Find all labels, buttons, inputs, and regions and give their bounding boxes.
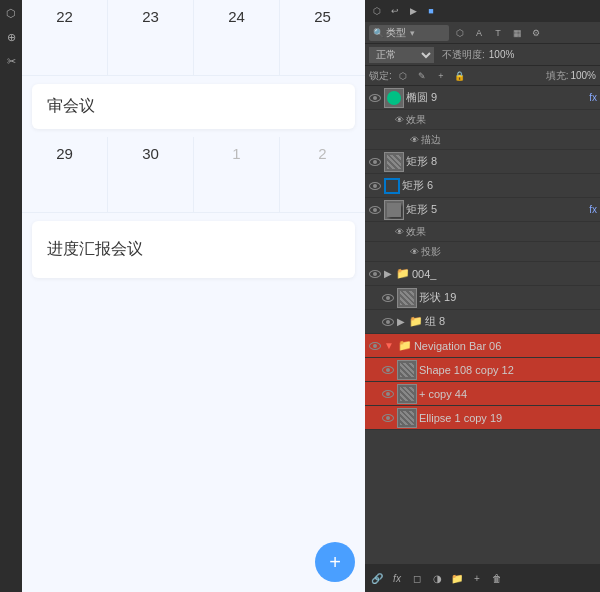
fx-icon[interactable]: fx (389, 570, 405, 586)
eye-toggle-shape19[interactable] (381, 291, 395, 305)
calendar-wrapper: 22 23 24 25 审会议 29 30 1 (22, 0, 365, 278)
layer-name-rect6: 矩形 6 (402, 178, 597, 193)
ps-filter-icon-5[interactable]: ⚙ (528, 25, 544, 41)
layer-navbar06[interactable]: ▼ 📁 Nevigation Bar 06 (365, 334, 600, 358)
layer-thumb-rect8 (384, 152, 404, 172)
ps-filter-row: 🔍 类型 ▾ ⬡ A T ▦ ⚙ (365, 22, 600, 44)
search-icon: 🔍 (373, 28, 384, 38)
layer-ellipse1copy19[interactable]: Ellipse 1 copy 19 (365, 406, 600, 430)
layer-name-ellipse9: 椭圆 9 (406, 90, 585, 105)
eye-toggle-shape108copy12[interactable] (381, 363, 395, 377)
layer-rect8[interactable]: 矩形 8 (365, 150, 600, 174)
tool-icon-3[interactable]: ✂ (2, 52, 20, 70)
calendar-row-week1: 22 23 24 25 (22, 0, 365, 76)
ps-blend-row: 正常 不透明度: 100% (365, 44, 600, 66)
eye-toggle-004[interactable] (368, 267, 382, 281)
mask-icon[interactable]: ◻ (409, 570, 425, 586)
layer-name-ellipse1copy19: Ellipse 1 copy 19 (419, 412, 597, 424)
layer-sub-label-stroke: 描边 (421, 133, 441, 147)
ps-top-toolbar: ⬡ ↩ ▶ ■ (365, 0, 600, 22)
tool-icon-1[interactable]: ⬡ (2, 4, 20, 22)
delete-icon[interactable]: 🗑 (489, 570, 505, 586)
lock-all-icon[interactable]: 🔒 (452, 68, 468, 84)
calendar-cell-1[interactable]: 1 (194, 137, 280, 212)
eye-sub-stroke: 👁 (410, 135, 419, 145)
layer-rect6[interactable]: 矩形 6 (365, 174, 600, 198)
folder-arrow-004: ▶ (384, 268, 392, 279)
calendar-cell-2[interactable]: 2 (280, 137, 365, 212)
opacity-label: 不透明度: (442, 48, 485, 62)
layer-thumb-ellipse9 (384, 88, 404, 108)
new-folder-icon[interactable]: 📁 (449, 570, 465, 586)
layer-name-folder004: 004_ (412, 268, 597, 280)
opacity-value: 100% (489, 49, 515, 60)
eye-sub2: 👁 (395, 227, 404, 237)
lock-image-icon[interactable]: ✎ (414, 68, 430, 84)
eye-sub-shadow: 👁 (410, 247, 419, 257)
layer-fx-ellipse9: fx (589, 92, 597, 103)
layer-name-shape108copy12: Shape 108 copy 12 (419, 364, 597, 376)
layer-name-group8: 组 8 (425, 314, 597, 329)
layer-sub-effect1: 👁 效果 (365, 110, 600, 130)
ps-filter-icon-4[interactable]: ▦ (509, 25, 525, 41)
right-panel: ⬡ ↩ ▶ ■ 🔍 类型 ▾ ⬡ A T ▦ ⚙ 正常 不透明度: 100% 锁… (365, 0, 600, 592)
folder-icon-004: 📁 (396, 267, 410, 280)
link-icon[interactable]: 🔗 (369, 570, 385, 586)
layer-sub-effect2: 👁 效果 (365, 222, 600, 242)
eye-toggle-copy44[interactable] (381, 387, 395, 401)
ps-filter-icon-2[interactable]: A (471, 25, 487, 41)
fill-value: 100% (570, 70, 596, 81)
event-item-1[interactable]: 审会议 (32, 84, 355, 129)
lock-transparent-icon[interactable]: ⬡ (395, 68, 411, 84)
ps-filter-icon-3[interactable]: T (490, 25, 506, 41)
new-layer-icon[interactable]: + (469, 570, 485, 586)
adjustment-icon[interactable]: ◑ (429, 570, 445, 586)
fill-area: 填充: 100% (546, 69, 596, 83)
layer-group8[interactable]: ▶ 📁 组 8 (365, 310, 600, 334)
blend-mode-select[interactable]: 正常 (369, 47, 434, 63)
ps-action-icon[interactable]: ▶ (405, 3, 421, 19)
layer-ellipse9[interactable]: 椭圆 9 fx (365, 86, 600, 110)
eye-toggle-rect6[interactable] (368, 179, 382, 193)
ps-filter-icon-1[interactable]: ⬡ (452, 25, 468, 41)
ps-menu-icon[interactable]: ⬡ (369, 3, 385, 19)
folder-icon-group8: 📁 (409, 315, 423, 328)
layer-thumb-rect5 (384, 200, 404, 220)
layer-name-rect8: 矩形 8 (406, 154, 597, 169)
calendar-cell-24[interactable]: 24 (194, 0, 280, 75)
chevron-down-icon: ▾ (410, 28, 415, 38)
calendar-cell-25[interactable]: 25 (280, 0, 365, 75)
lock-label: 锁定: (369, 69, 392, 83)
layer-thumb-copy44 (397, 384, 417, 404)
layer-shape108copy12[interactable]: Shape 108 copy 12 (365, 358, 600, 382)
add-button[interactable]: + (315, 542, 355, 582)
layer-shape19[interactable]: 形状 19 (365, 286, 600, 310)
layer-folder-004[interactable]: ▶ 📁 004_ (365, 262, 600, 286)
eye-toggle-group8[interactable] (381, 315, 395, 329)
eye-toggle-navbar06[interactable] (368, 339, 382, 353)
layer-rect5[interactable]: 矩形 5 fx (365, 198, 600, 222)
ps-layers-icon[interactable]: ■ (423, 3, 439, 19)
calendar-cell-23[interactable]: 23 (108, 0, 194, 75)
layer-thumb-rect6 (384, 178, 400, 194)
eye-toggle-ellipse1copy19[interactable] (381, 411, 395, 425)
eye-toggle-rect8[interactable] (368, 155, 382, 169)
layers-container: 椭圆 9 fx 👁 效果 👁 描边 矩形 8 矩形 6 矩形 5 (365, 86, 600, 564)
calendar-cell-30[interactable]: 30 (108, 137, 194, 212)
side-toolbar: ⬡ ⊕ ✂ (0, 0, 22, 592)
calendar-cell-29[interactable]: 29 (22, 137, 108, 212)
folder-arrow-group8: ▶ (397, 316, 405, 327)
fill-label: 填充: (546, 69, 569, 83)
layer-copy44[interactable]: + copy 44 (365, 382, 600, 406)
ps-bottom-bar: 🔗 fx ◻ ◑ 📁 + 🗑 (365, 564, 600, 592)
event-item-2[interactable]: 进度汇报会议 (32, 221, 355, 278)
lock-position-icon[interactable]: + (433, 68, 449, 84)
calendar-cell-22[interactable]: 22 (22, 0, 108, 75)
layer-thumb-shape108copy12 (397, 360, 417, 380)
tool-icon-2[interactable]: ⊕ (2, 28, 20, 46)
eye-toggle-rect5[interactable] (368, 203, 382, 217)
ps-history-icon[interactable]: ↩ (387, 3, 403, 19)
layer-name-rect5: 矩形 5 (406, 202, 585, 217)
ps-type-filter[interactable]: 🔍 类型 ▾ (369, 25, 449, 41)
eye-toggle-ellipse9[interactable] (368, 91, 382, 105)
